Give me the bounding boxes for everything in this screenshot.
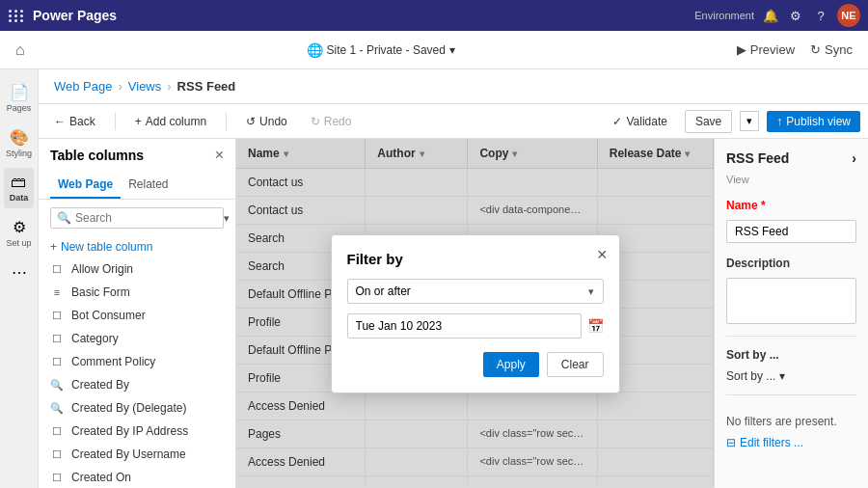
second-bar: ⌂ 🌐 Site 1 - Private - Saved ▾ ▶ Preview…	[0, 31, 868, 69]
site-info: 🌐 Site 1 - Private - Saved ▾	[41, 42, 721, 58]
preview-icon: ▶	[737, 42, 746, 57]
sync-button[interactable]: ↻ Sync	[810, 42, 853, 57]
settings-icon[interactable]: ⚙	[787, 7, 804, 24]
notification-icon[interactable]: 🔔	[762, 7, 779, 24]
top-bar-right: Environment 🔔 ⚙ ? NE	[694, 4, 860, 27]
grid-icon[interactable]	[8, 7, 25, 24]
sync-icon: ↻	[810, 42, 821, 57]
top-bar-left: Power Pages	[8, 7, 117, 24]
site-label: Site 1 - Private - Saved	[327, 43, 446, 57]
site-chevron[interactable]: ▾	[449, 43, 455, 57]
app-title: Power Pages	[33, 8, 117, 23]
preview-button[interactable]: ▶ Preview	[737, 42, 795, 57]
site-icon: 🌐	[307, 42, 323, 58]
env-label: Environment	[694, 10, 754, 21]
second-bar-actions: ▶ Preview ↻ Sync	[737, 42, 853, 57]
avatar[interactable]: NE	[837, 4, 860, 27]
home-icon[interactable]: ⌂	[15, 41, 25, 59]
top-bar: Power Pages Environment 🔔 ⚙ ? NE	[0, 0, 868, 31]
help-icon[interactable]: ?	[812, 7, 829, 24]
